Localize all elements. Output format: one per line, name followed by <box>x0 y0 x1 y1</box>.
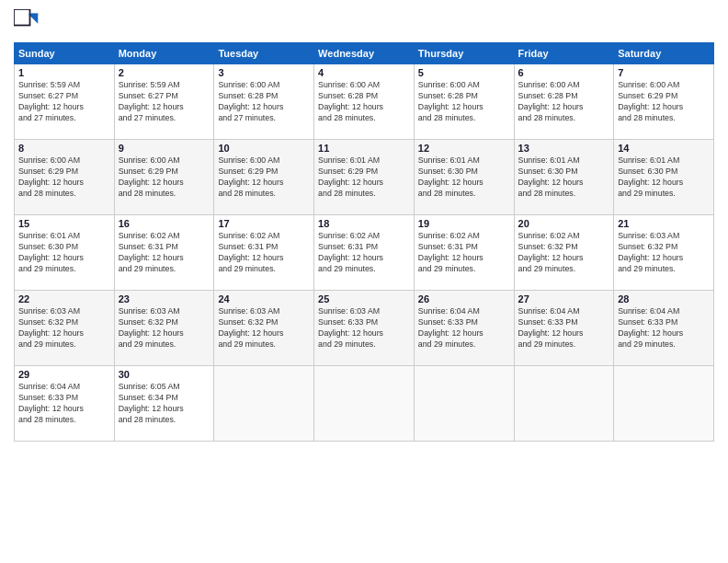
day-number: 14 <box>618 143 710 154</box>
day-number: 8 <box>18 143 110 154</box>
header <box>14 9 714 35</box>
calendar-cell: 26Sunrise: 6:04 AM Sunset: 6:33 PM Dayli… <box>414 291 514 366</box>
weekday-header-friday: Friday <box>514 43 614 64</box>
calendar-cell: 9Sunrise: 6:00 AM Sunset: 6:29 PM Daylig… <box>114 140 214 215</box>
weekday-header-wednesday: Wednesday <box>314 43 415 64</box>
day-number: 3 <box>218 67 310 78</box>
day-number: 30 <box>119 369 210 380</box>
weekday-header-saturday: Saturday <box>614 43 714 64</box>
day-number: 20 <box>518 218 610 229</box>
day-number: 21 <box>618 218 710 229</box>
day-number: 11 <box>318 143 410 154</box>
calendar-cell <box>314 366 415 442</box>
calendar-cell: 15Sunrise: 6:01 AM Sunset: 6:30 PM Dayli… <box>15 215 115 291</box>
calendar-cell: 30Sunrise: 6:05 AM Sunset: 6:34 PM Dayli… <box>114 366 214 442</box>
day-info: Sunrise: 6:04 AM Sunset: 6:33 PM Dayligh… <box>618 306 710 350</box>
day-info: Sunrise: 6:01 AM Sunset: 6:30 PM Dayligh… <box>18 231 110 275</box>
calendar-cell: 8Sunrise: 6:00 AM Sunset: 6:29 PM Daylig… <box>15 140 115 215</box>
calendar-cell: 11Sunrise: 6:01 AM Sunset: 6:29 PM Dayli… <box>314 140 415 215</box>
day-number: 12 <box>418 143 510 154</box>
calendar-cell: 19Sunrise: 6:02 AM Sunset: 6:31 PM Dayli… <box>414 215 514 291</box>
day-info: Sunrise: 5:59 AM Sunset: 6:27 PM Dayligh… <box>119 80 210 124</box>
calendar-cell: 3Sunrise: 6:00 AM Sunset: 6:28 PM Daylig… <box>214 64 314 140</box>
day-number: 19 <box>418 218 510 229</box>
day-number: 25 <box>318 293 410 304</box>
day-info: Sunrise: 6:00 AM Sunset: 6:28 PM Dayligh… <box>418 80 510 124</box>
calendar-table: SundayMondayTuesdayWednesdayThursdayFrid… <box>14 42 714 442</box>
calendar-cell: 25Sunrise: 6:03 AM Sunset: 6:33 PM Dayli… <box>314 291 415 366</box>
day-info: Sunrise: 6:00 AM Sunset: 6:29 PM Dayligh… <box>119 155 210 200</box>
day-info: Sunrise: 6:01 AM Sunset: 6:29 PM Dayligh… <box>318 155 410 200</box>
day-number: 5 <box>418 67 510 78</box>
calendar-cell: 20Sunrise: 6:02 AM Sunset: 6:32 PM Dayli… <box>514 215 614 291</box>
day-number: 28 <box>618 293 710 304</box>
weekday-header-row: SundayMondayTuesdayWednesdayThursdayFrid… <box>15 43 714 64</box>
calendar-week-row: 1Sunrise: 5:59 AM Sunset: 6:27 PM Daylig… <box>15 64 714 140</box>
day-number: 27 <box>518 293 610 304</box>
day-info: Sunrise: 6:03 AM Sunset: 6:33 PM Dayligh… <box>318 306 410 350</box>
weekday-header-tuesday: Tuesday <box>214 43 314 64</box>
calendar-cell: 1Sunrise: 5:59 AM Sunset: 6:27 PM Daylig… <box>15 64 115 140</box>
day-info: Sunrise: 6:00 AM Sunset: 6:29 PM Dayligh… <box>618 80 710 124</box>
weekday-header-monday: Monday <box>114 43 214 64</box>
calendar-cell: 21Sunrise: 6:03 AM Sunset: 6:32 PM Dayli… <box>614 215 714 291</box>
day-number: 6 <box>518 67 610 78</box>
day-number: 15 <box>18 218 110 229</box>
calendar-cell: 28Sunrise: 6:04 AM Sunset: 6:33 PM Dayli… <box>614 291 714 366</box>
day-number: 26 <box>418 293 510 304</box>
day-info: Sunrise: 6:03 AM Sunset: 6:32 PM Dayligh… <box>618 231 710 275</box>
day-number: 9 <box>119 143 210 154</box>
day-info: Sunrise: 6:04 AM Sunset: 6:33 PM Dayligh… <box>418 306 510 350</box>
calendar-cell: 6Sunrise: 6:00 AM Sunset: 6:28 PM Daylig… <box>514 64 614 140</box>
day-info: Sunrise: 6:00 AM Sunset: 6:29 PM Dayligh… <box>18 155 110 200</box>
day-number: 29 <box>18 369 110 380</box>
day-number: 22 <box>18 293 110 304</box>
calendar-cell: 7Sunrise: 6:00 AM Sunset: 6:29 PM Daylig… <box>614 64 714 140</box>
day-info: Sunrise: 6:04 AM Sunset: 6:33 PM Dayligh… <box>518 306 610 350</box>
day-number: 10 <box>218 143 310 154</box>
calendar-cell <box>514 366 614 442</box>
day-number: 24 <box>218 293 310 304</box>
day-info: Sunrise: 6:01 AM Sunset: 6:30 PM Dayligh… <box>618 155 710 200</box>
day-info: Sunrise: 6:02 AM Sunset: 6:31 PM Dayligh… <box>218 231 310 275</box>
day-number: 16 <box>119 218 210 229</box>
calendar-cell: 13Sunrise: 6:01 AM Sunset: 6:30 PM Dayli… <box>514 140 614 215</box>
calendar-cell: 18Sunrise: 6:02 AM Sunset: 6:31 PM Dayli… <box>314 215 415 291</box>
day-info: Sunrise: 6:00 AM Sunset: 6:28 PM Dayligh… <box>318 80 410 124</box>
calendar-week-row: 22Sunrise: 6:03 AM Sunset: 6:32 PM Dayli… <box>15 291 714 366</box>
calendar-cell <box>414 366 514 442</box>
day-info: Sunrise: 6:00 AM Sunset: 6:28 PM Dayligh… <box>218 80 310 124</box>
calendar-cell: 10Sunrise: 6:00 AM Sunset: 6:29 PM Dayli… <box>214 140 314 215</box>
calendar-week-row: 29Sunrise: 6:04 AM Sunset: 6:33 PM Dayli… <box>15 366 714 442</box>
day-info: Sunrise: 6:00 AM Sunset: 6:28 PM Dayligh… <box>518 80 610 124</box>
calendar-week-row: 15Sunrise: 6:01 AM Sunset: 6:30 PM Dayli… <box>15 215 714 291</box>
day-info: Sunrise: 6:02 AM Sunset: 6:32 PM Dayligh… <box>518 231 610 275</box>
weekday-header-sunday: Sunday <box>15 43 115 64</box>
day-info: Sunrise: 6:03 AM Sunset: 6:32 PM Dayligh… <box>18 306 110 350</box>
day-info: Sunrise: 6:01 AM Sunset: 6:30 PM Dayligh… <box>418 155 510 200</box>
day-number: 18 <box>318 218 410 229</box>
day-info: Sunrise: 6:01 AM Sunset: 6:30 PM Dayligh… <box>518 155 610 200</box>
calendar-cell: 17Sunrise: 6:02 AM Sunset: 6:31 PM Dayli… <box>214 215 314 291</box>
day-info: Sunrise: 6:02 AM Sunset: 6:31 PM Dayligh… <box>119 231 210 275</box>
calendar-cell: 16Sunrise: 6:02 AM Sunset: 6:31 PM Dayli… <box>114 215 214 291</box>
day-number: 1 <box>18 67 110 78</box>
day-info: Sunrise: 6:02 AM Sunset: 6:31 PM Dayligh… <box>418 231 510 275</box>
day-number: 2 <box>119 67 210 78</box>
calendar-cell <box>214 366 314 442</box>
svg-rect-0 <box>14 9 40 35</box>
day-info: Sunrise: 6:04 AM Sunset: 6:33 PM Dayligh… <box>18 382 110 426</box>
calendar-cell: 2Sunrise: 5:59 AM Sunset: 6:27 PM Daylig… <box>114 64 214 140</box>
day-info: Sunrise: 6:03 AM Sunset: 6:32 PM Dayligh… <box>119 306 210 350</box>
calendar-cell: 24Sunrise: 6:03 AM Sunset: 6:32 PM Dayli… <box>214 291 314 366</box>
day-number: 4 <box>318 67 410 78</box>
calendar-cell: 29Sunrise: 6:04 AM Sunset: 6:33 PM Dayli… <box>15 366 115 442</box>
day-number: 7 <box>618 67 710 78</box>
calendar-cell: 14Sunrise: 6:01 AM Sunset: 6:30 PM Dayli… <box>614 140 714 215</box>
calendar-cell: 12Sunrise: 6:01 AM Sunset: 6:30 PM Dayli… <box>414 140 514 215</box>
calendar-cell: 27Sunrise: 6:04 AM Sunset: 6:33 PM Dayli… <box>514 291 614 366</box>
day-number: 17 <box>218 218 310 229</box>
calendar-cell: 23Sunrise: 6:03 AM Sunset: 6:32 PM Dayli… <box>114 291 214 366</box>
day-number: 23 <box>119 293 210 304</box>
logo-icon <box>14 9 40 35</box>
